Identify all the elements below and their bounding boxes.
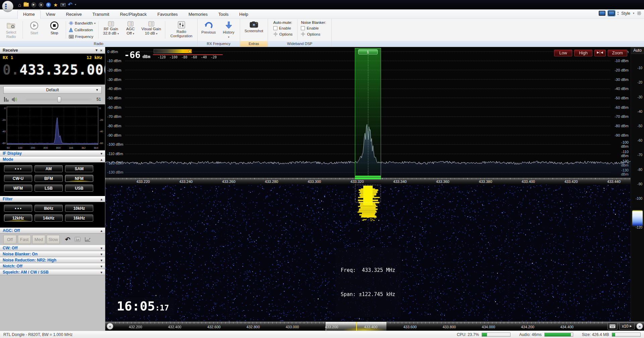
section-if-display[interactable]: IF Display▾ xyxy=(0,150,105,156)
favourite-star-icon[interactable]: ★ xyxy=(53,2,58,7)
select-radio-button[interactable]: Select Radio xyxy=(2,20,20,40)
collapsed-section-header[interactable]: Squelch: AM / CW / SSB▾ xyxy=(0,269,105,275)
monitor-2-icon[interactable] xyxy=(608,11,615,16)
filter-button[interactable]: 14kHz xyxy=(35,214,63,222)
section-agc[interactable]: AGC: Off▴ xyxy=(0,228,105,234)
mode-button[interactable]: WFM xyxy=(4,185,32,192)
ribbon-tab[interactable]: Favourites xyxy=(152,10,183,18)
frequency-navigation-bar[interactable]: 432.200432.400432.600432.800433.000433.2… xyxy=(105,322,644,331)
volume-slider-thumb[interactable] xyxy=(57,97,61,102)
collapse-ribbon-icon[interactable]: ▴▾ xyxy=(618,11,619,15)
auto-mute-enable[interactable]: Enable xyxy=(273,26,293,30)
open-folder-icon[interactable] xyxy=(23,3,29,7)
filter-button[interactable]: 8kHz xyxy=(35,205,63,212)
ribbon-tab[interactable]: Receive xyxy=(61,10,87,18)
mode-button[interactable]: NFM xyxy=(65,175,93,182)
undo-icon[interactable]: ↶ xyxy=(68,2,72,7)
auto-button[interactable]: Auto xyxy=(631,47,644,54)
agc-option-button[interactable]: Slow xyxy=(47,235,60,244)
collapsed-section-header[interactable]: Notch: Off▾ xyxy=(0,263,105,269)
previous-button[interactable]: Previous xyxy=(199,20,218,40)
collapsed-section-header[interactable]: Noise Reduction: NR2: High▾ xyxy=(0,257,105,263)
ribbon-tab[interactable]: Home xyxy=(17,10,41,19)
center-button[interactable]: ▶|◀ xyxy=(594,50,606,56)
radio-configuration-button[interactable]: Radio Configuration xyxy=(167,20,196,40)
filter-button[interactable]: • • • xyxy=(4,205,32,212)
section-mode[interactable]: Mode▴ xyxy=(0,156,105,162)
collapsed-section-header[interactable]: Noise Blanker: On▾ xyxy=(0,251,105,257)
speaker-icon[interactable] xyxy=(12,97,18,102)
rx-marker-tag[interactable]: 1 xyxy=(358,49,378,54)
volume-slider[interactable] xyxy=(26,96,92,102)
agc-undo-icon[interactable]: ↶ xyxy=(65,236,70,243)
monitor-1-icon[interactable] xyxy=(599,11,605,16)
noise-blanker-options[interactable]: Options xyxy=(301,32,326,36)
agc-option-button[interactable]: Med xyxy=(32,235,45,244)
stop-button[interactable]: Stop xyxy=(45,20,64,40)
if-spectrum-display[interactable]: 0 dBm 0 dBm -10 dBm -10 dBm -20 dBm xyxy=(105,47,631,178)
ribbon-tab[interactable]: Rec/Playback xyxy=(115,10,152,18)
palette-marker-dot[interactable] xyxy=(189,50,191,53)
add-icon[interactable]: + xyxy=(46,2,51,7)
palette-gradient-bar[interactable] xyxy=(154,49,192,53)
agc-button[interactable]: AGC Off ▾ xyxy=(123,20,138,40)
visual-gain-button[interactable]: Visual Gain 10 dB ▾ xyxy=(140,20,163,40)
mode-button[interactable]: CW-U xyxy=(4,175,32,182)
mode-button[interactable]: SAM xyxy=(65,165,93,172)
agc-option-button[interactable]: Off xyxy=(3,235,16,244)
calibration-button[interactable]: Calibration xyxy=(69,28,96,32)
scroll-left-button[interactable]: « xyxy=(107,323,113,330)
profile-dropdown[interactable]: Default ▼ xyxy=(3,86,102,94)
tuned-channel-band[interactable]: 1 xyxy=(355,48,381,178)
filter-button[interactable]: 10kHz xyxy=(65,205,93,212)
style-dropdown-icon[interactable]: ▾ xyxy=(633,12,634,15)
equalizer-icon[interactable] xyxy=(4,97,8,102)
style-label[interactable]: Style xyxy=(621,11,630,16)
agc-option-button[interactable]: Fast xyxy=(18,235,31,244)
screenshot-icon[interactable] xyxy=(60,3,66,7)
mode-button[interactable]: USB xyxy=(65,185,93,192)
step-multiplier-button[interactable]: x10▶ xyxy=(619,323,635,330)
tuned-frequency[interactable]: 0.433.325.000 xyxy=(3,62,102,78)
mode-button[interactable]: • • • xyxy=(4,165,32,172)
ribbon-tab[interactable]: Memories xyxy=(183,10,213,18)
filter-button[interactable]: 16kHz xyxy=(65,214,93,222)
ribbon-tab[interactable]: Tools xyxy=(213,10,234,18)
home-icon[interactable]: ⌂ xyxy=(18,2,21,7)
panel-close-icon[interactable]: × xyxy=(100,48,102,52)
waterfall-palette-range[interactable] xyxy=(632,210,643,226)
ribbon-tab[interactable]: Transmit xyxy=(87,10,115,18)
mode-button[interactable]: BFM xyxy=(35,175,63,182)
ribbon-tab[interactable]: Help xyxy=(234,10,254,18)
screenshot-button[interactable]: Screenshot xyxy=(242,20,266,40)
panel-collapse-icon[interactable]: ▾ xyxy=(96,48,98,52)
ribbon-tab[interactable]: View xyxy=(41,10,61,18)
mode-button[interactable]: LSB xyxy=(35,185,63,192)
high-button[interactable]: High xyxy=(574,50,592,56)
stop-icon[interactable]: ■ xyxy=(39,2,44,7)
start-icon[interactable]: ▶ xyxy=(31,2,36,7)
filter-button[interactable]: 12kHz xyxy=(4,214,32,222)
frequency-button[interactable]: Frequency xyxy=(69,35,96,39)
section-filter[interactable]: Filter▴ xyxy=(0,196,105,202)
waterfall-display[interactable]: 16:05 :17 Freq: 433.325 MHz Span: ±122.7… xyxy=(105,185,631,322)
auto-mute-options[interactable]: Options xyxy=(273,32,293,36)
noise-blanker-enable[interactable]: Enable xyxy=(301,26,326,30)
rf-gain-button[interactable]: RF Gain 32.8 dB ▾ xyxy=(101,20,121,40)
keyboard-entry-button[interactable] xyxy=(607,323,618,330)
noise-blanker-enable-checkbox[interactable] xyxy=(301,26,305,30)
quick-access-dropdown-icon[interactable]: ▾ xyxy=(75,3,76,6)
palette-legend[interactable]: -120-100-80-60-40-20 xyxy=(153,49,224,59)
application-menu-button[interactable] xyxy=(2,1,13,12)
settings-gear-icon[interactable] xyxy=(637,11,641,15)
scroll-right-button[interactable]: » xyxy=(636,323,643,330)
history-button[interactable]: History ▾ xyxy=(219,20,238,40)
auto-mute-enable-checkbox[interactable] xyxy=(273,26,277,30)
agc-graph-icon[interactable] xyxy=(85,237,91,242)
agc-image-icon[interactable] xyxy=(74,237,80,242)
zoom-button[interactable]: Zoom xyxy=(608,50,627,56)
collapsed-section-header[interactable]: CW: Off▾ xyxy=(0,245,105,251)
low-button[interactable]: Low xyxy=(554,50,572,56)
start-button[interactable]: Start xyxy=(25,20,44,40)
mode-button[interactable]: AM xyxy=(35,165,63,172)
